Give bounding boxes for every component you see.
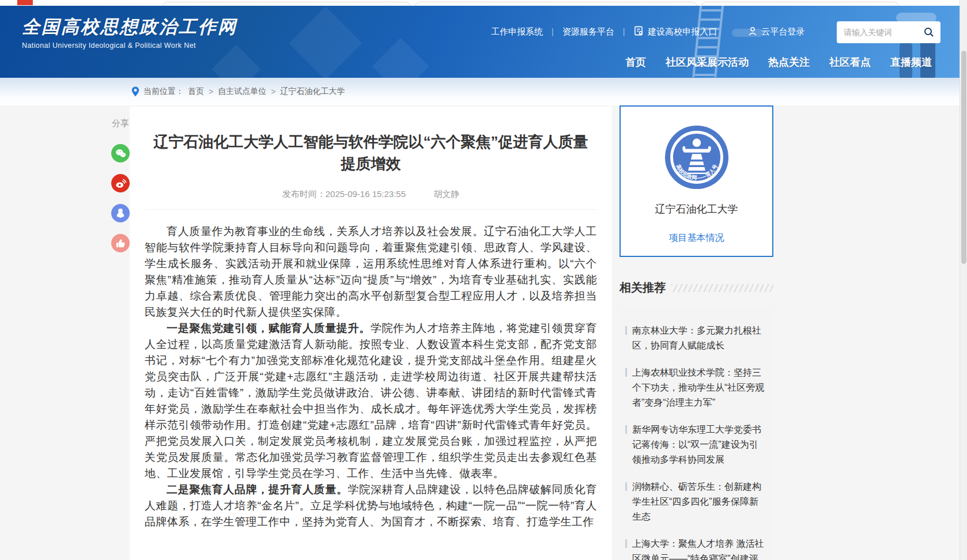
link-university-apply-entry[interactable]: 建设高校申报入口: [633, 25, 717, 38]
header-illustration: [212, 45, 261, 78]
main-nav: 首页社区风采展示活动热点关注社区看点直播频道: [625, 55, 932, 69]
thumbs-up-icon: [115, 238, 126, 249]
related-heading: 相关推荐: [620, 280, 666, 296]
site-header: 全国高校思想政治工作网 National University Ideologi…: [0, 6, 967, 78]
breadcrumb-label: 当前位置：: [143, 86, 184, 97]
article-body: 育人质量作为教育事业的生命线，关系人才培养以及社会发展。辽宁石油化工大学人工智能…: [145, 224, 597, 530]
header-illustration: [289, 6, 362, 78]
share-column: 分享: [111, 118, 130, 264]
site-logo-subtitle: National University Ideological & Politi…: [22, 41, 237, 50]
sidebar: 高校思政网——育人号 辽宁石油化工大学 项目基本情况 相关推荐 南京林业大学：多…: [620, 105, 773, 560]
link-separator: |: [623, 27, 625, 36]
article-meta: 发布时间：2025-09-16 15:23:55 胡文静: [145, 189, 597, 210]
user-icon: [747, 26, 758, 38]
site-logo[interactable]: 全国高校思想政治工作网 National University Ideologi…: [22, 15, 237, 50]
related-item[interactable]: 南京林业大学：多元聚力扎根社区，协同育人赋能成长: [625, 323, 765, 353]
search-input[interactable]: [843, 27, 923, 37]
item-tick-decoration: [625, 326, 627, 335]
nav-item[interactable]: 社区风采展示活动: [666, 55, 749, 69]
publish-label: 发布时间：: [282, 189, 326, 199]
link-resource-platform[interactable]: 资源服务平台: [562, 27, 614, 37]
breadcrumb-bar: 当前位置： 首页>自主试点单位>辽宁石油化工大学: [0, 78, 967, 105]
search-box: [837, 21, 940, 43]
related-item[interactable]: 上海大学：聚焦人才培养 激活社区微单元——“特色寝室”创建评选: [625, 536, 765, 560]
article-paragraph: 二是聚焦育人品牌，提升育人质量。学院深耕育人品牌建设，以特色品牌破解同质化育人难…: [145, 482, 597, 530]
page-scrollbar[interactable]: [960, 0, 967, 560]
link-separator: |: [552, 27, 554, 36]
breadcrumb-current: 辽宁石油化工大学: [280, 86, 345, 97]
link-label: 资源服务平台: [562, 27, 614, 37]
nav-item[interactable]: 社区看点: [829, 55, 871, 69]
related-item-title: 上海大学：聚焦人才培养 激活社区微单元——“特色寝室”创建评选: [632, 536, 765, 560]
article-paragraph: 一是聚焦党建引领，赋能育人质量提升。学院作为人才培养主阵地，将党建引领贯穿育人全…: [145, 320, 597, 482]
link-label: 建设高校申报入口: [648, 27, 717, 37]
related-list: 南京林业大学：多元聚力扎根社区，协同育人赋能成长上海农林职业技术学院：坚持三个下…: [620, 308, 773, 560]
link-label: 工作申报系统: [491, 27, 543, 37]
related-item-title: 润物耕心、砺苦乐生：创新建构学生社区“四多四化”服务保障新生态: [632, 479, 765, 524]
qq-icon: [115, 207, 126, 219]
item-tick-decoration: [625, 425, 627, 434]
wechat-icon: [115, 147, 127, 160]
location-pin-icon: [131, 86, 139, 97]
scrollbar-thumb[interactable]: [961, 51, 966, 264]
article-title: 辽宁石油化工大学人工智能与软件学院以“六个聚焦”促进育人质量提质增效: [148, 131, 594, 175]
related-item-title: 新华网专访华东理工大学党委书记蒋传海：以“双一流”建设为引领推动多学科协同发展: [632, 422, 765, 467]
share-label: 分享: [111, 118, 130, 129]
related-item[interactable]: 新华网专访华东理工大学党委书记蒋传海：以“双一流”建设为引领推动多学科协同发展: [625, 422, 765, 467]
header-illustration: [372, 38, 429, 78]
item-tick-decoration: [625, 482, 627, 491]
link-label: 云平台登录: [761, 27, 804, 37]
related-item-title: 上海农林职业技术学院：坚持三个下功夫，推动学生从“社区旁观者”变身“治理主力军”: [632, 365, 765, 410]
breadcrumb-item[interactable]: 首页: [188, 86, 204, 97]
breadcrumb-separator: >: [271, 87, 275, 96]
paragraph-lead: 一是聚焦党建引领，赋能育人质量提升。: [167, 322, 371, 334]
related-item[interactable]: 上海农林职业技术学院：坚持三个下功夫，推动学生从“社区旁观者”变身“治理主力军”: [625, 365, 765, 410]
red-flag-decoration: [17, 0, 33, 5]
link-work-report-system[interactable]: 工作申报系统: [491, 27, 543, 37]
heading-stripes-decoration: [671, 284, 773, 292]
nav-item[interactable]: 首页: [625, 55, 646, 69]
document-icon: [633, 25, 644, 38]
publish-time: 2025-09-16 15:23:55: [326, 189, 406, 199]
related-item[interactable]: 润物耕心、砺苦乐生：创新建构学生社区“四多四化”服务保障新生态: [625, 479, 765, 524]
paragraph-lead: 二是聚焦育人品牌，提升育人质量。: [167, 483, 348, 495]
search-icon[interactable]: [923, 27, 935, 38]
article-paragraph: 育人质量作为教育事业的生命线，关系人才培养以及社会发展。辽宁石油化工大学人工智能…: [145, 224, 597, 320]
nav-item[interactable]: 直播频道: [890, 55, 932, 69]
share-weibo-button[interactable]: [111, 174, 130, 192]
breadcrumb: 当前位置： 首页>自主试点单位>辽宁石油化工大学: [131, 86, 345, 97]
share-like-button[interactable]: [111, 234, 130, 252]
related-section: 相关推荐 南京林业大学：多元聚力扎根社区，协同育人赋能成长上海农林职业技术学院：…: [620, 280, 773, 560]
university-account-logo: 高校思政网——育人号: [663, 124, 730, 191]
article-author: 胡文静: [433, 189, 459, 199]
header-top-links: 工作申报系统 | 资源服务平台 | 建设高校申报入口: [491, 25, 804, 38]
item-tick-decoration: [625, 539, 627, 548]
university-name: 辽宁石油化工大学: [621, 202, 772, 216]
breadcrumb-item[interactable]: 自主试点单位: [218, 86, 266, 97]
browser-tab-strip: [0, 0, 967, 6]
item-tick-decoration: [625, 368, 627, 377]
nav-item[interactable]: 热点关注: [768, 55, 810, 69]
breadcrumb-separator: >: [209, 87, 213, 96]
breadcrumb-items: 首页>自主试点单位>辽宁石油化工大学: [188, 86, 345, 97]
related-item-title: 南京林业大学：多元聚力扎根社区，协同育人赋能成长: [632, 323, 765, 353]
project-info-link[interactable]: 项目基本情况: [669, 232, 724, 244]
share-wechat-button[interactable]: [111, 144, 130, 162]
link-cloud-login[interactable]: 云平台登录: [747, 26, 804, 38]
weibo-icon: [115, 177, 127, 190]
article-card: 辽宁石油化工大学人工智能与软件学院以“六个聚焦”促进育人质量提质增效 发布时间：…: [130, 107, 612, 560]
site-logo-title: 全国高校思想政治工作网: [22, 15, 237, 39]
university-card: 高校思政网——育人号 辽宁石油化工大学 项目基本情况: [620, 105, 773, 257]
share-qq-button[interactable]: [111, 204, 130, 222]
